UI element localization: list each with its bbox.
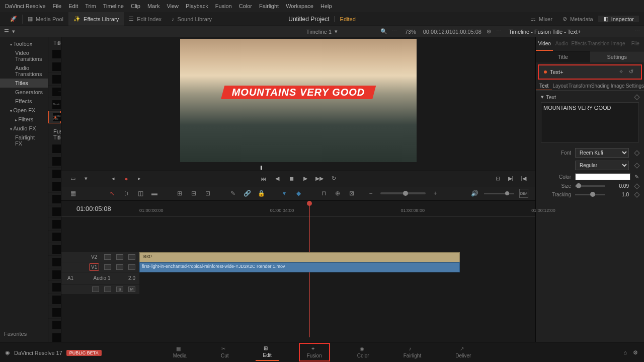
subtab-layout[interactable]: Layout bbox=[552, 82, 568, 90]
menu-item[interactable]: Color bbox=[239, 3, 252, 9]
fusion-title-item[interactable]: Background Reveal bbox=[48, 142, 61, 155]
zoom-in-icon[interactable]: + bbox=[431, 189, 440, 198]
tree-filters[interactable]: Filters bbox=[0, 115, 48, 124]
fusion-title-item[interactable]: cUSTOM THING-grp bbox=[48, 243, 61, 256]
subtab-settings[interactable]: Settings bbox=[626, 82, 644, 90]
keyframe-diamond[interactable] bbox=[634, 192, 639, 197]
razor-icon[interactable]: ✎ bbox=[228, 189, 237, 198]
tab-audio[interactable]: Audio bbox=[553, 37, 570, 51]
rocket-icon[interactable]: 🚀 bbox=[5, 12, 22, 26]
tree-generators[interactable]: Generators bbox=[0, 88, 48, 97]
current-timecode[interactable]: 01:00:05:08 bbox=[61, 205, 139, 212]
viewer-canvas[interactable]: MOUNTAINS VERY GOOD bbox=[61, 37, 535, 164]
tab-title[interactable]: Title bbox=[536, 51, 590, 62]
media-pool-button[interactable]: ▦Media Pool bbox=[23, 12, 68, 26]
titles-header[interactable]: Titles⌃ bbox=[48, 37, 61, 48]
target-icon[interactable] bbox=[128, 254, 135, 260]
keyframe-icon[interactable]: ✧ bbox=[619, 68, 626, 76]
loop-button[interactable]: ↻ bbox=[329, 174, 338, 183]
link-icon[interactable]: 🔗 bbox=[243, 189, 252, 198]
fusion-title-item[interactable]: Draw On 2 Lines Lower Third bbox=[48, 319, 61, 331]
menu-item[interactable]: View bbox=[167, 3, 179, 9]
subtab-image[interactable]: Image bbox=[610, 82, 626, 90]
size-slider[interactable] bbox=[575, 185, 605, 187]
search-icon[interactable]: 🔍 bbox=[380, 28, 387, 35]
options-icon[interactable]: ⋯ bbox=[634, 28, 640, 35]
clip-text-plus[interactable]: Text+ bbox=[139, 252, 460, 262]
weight-select[interactable]: Regular bbox=[575, 161, 629, 170]
keyframe-diamond[interactable] bbox=[634, 183, 639, 189]
prev-icon[interactable]: ◂ bbox=[109, 174, 118, 183]
menu-item[interactable]: Trim bbox=[85, 3, 96, 9]
eye-icon[interactable] bbox=[116, 254, 123, 260]
fusion-title-item[interactable]: Digital Glitch bbox=[48, 281, 61, 294]
crop-icon[interactable]: ▭ bbox=[68, 174, 77, 183]
title-item[interactable]: —Scroll bbox=[48, 86, 61, 98]
menu-item[interactable]: Workspace bbox=[286, 3, 313, 9]
page-deliver[interactable]: ↗Deliver bbox=[448, 344, 478, 360]
tab-transition[interactable]: Transition bbox=[588, 37, 610, 51]
link-selection-icon[interactable]: ⊕ bbox=[333, 189, 342, 198]
menu-item[interactable]: File bbox=[53, 3, 62, 9]
track-head-v2[interactable]: V2 bbox=[61, 252, 139, 262]
flag-icon[interactable]: ▾ bbox=[280, 189, 289, 198]
bypass-icon[interactable]: ⊗ bbox=[487, 28, 491, 35]
track-head-v1[interactable]: V1 bbox=[61, 262, 139, 272]
dynamic-trim-tool[interactable]: ◫ bbox=[136, 189, 145, 198]
volume-slider[interactable] bbox=[484, 193, 514, 194]
title-item[interactable]: Right Lower Third bbox=[48, 73, 61, 86]
blade-tool[interactable]: ▬ bbox=[150, 189, 159, 198]
tracking-value[interactable]: 1.0 bbox=[609, 192, 629, 197]
inspector-button[interactable]: ◧Inspector bbox=[598, 16, 639, 22]
keyframe-diamond[interactable] bbox=[634, 94, 639, 100]
lock-icon[interactable]: 🔒 bbox=[257, 189, 266, 198]
chevron-down-icon[interactable]: ▾ bbox=[12, 28, 15, 35]
timeline-ruler[interactable]: 01:00:05:08 01:00:00:00 01:00:04:00 01:0… bbox=[61, 201, 535, 217]
position-lock-icon[interactable]: ⊠ bbox=[347, 189, 356, 198]
fusion-title-item[interactable]: Digital Glitch Right Side bbox=[48, 306, 61, 319]
keyframe-diamond[interactable] bbox=[634, 150, 639, 156]
track-body[interactable]: Text+ first-light-in-enchanted-tropical-… bbox=[139, 252, 535, 295]
next-frame-button[interactable]: ▶▶ bbox=[315, 174, 324, 183]
tree-fairlightfx[interactable]: Fairlight FX bbox=[0, 133, 48, 148]
subtab-shading[interactable]: Shading bbox=[591, 82, 610, 90]
fusion-titles-header[interactable]: Fusion Titles⌃ bbox=[48, 126, 61, 142]
prev-frame-button[interactable]: ◀ bbox=[273, 174, 282, 183]
metadata-button[interactable]: ⊘Metadata bbox=[557, 16, 598, 22]
page-fusion[interactable]: ✦Fusion bbox=[299, 343, 330, 361]
options-icon[interactable]: ⋯ bbox=[391, 28, 397, 35]
play-button[interactable]: ▶ bbox=[301, 174, 310, 183]
menu-item[interactable]: Clip bbox=[131, 3, 140, 9]
viewer-scrub[interactable] bbox=[61, 164, 535, 171]
match-frame-icon[interactable]: ⊡ bbox=[493, 174, 502, 183]
subtab-transform[interactable]: Transform bbox=[569, 82, 591, 90]
favorites[interactable]: Favorites bbox=[4, 331, 27, 337]
marker-icon[interactable]: ◆ bbox=[294, 189, 303, 198]
page-media[interactable]: ▦Media bbox=[166, 344, 194, 360]
options-icon[interactable]: ⋯ bbox=[496, 28, 502, 35]
fusion-title-item[interactable]: Clean and Simple bbox=[48, 193, 61, 205]
zoom-out-icon[interactable]: − bbox=[366, 189, 375, 198]
menu-item[interactable]: Fairlight bbox=[259, 3, 279, 9]
home-icon[interactable]: ⌂ bbox=[623, 349, 627, 356]
timeline-ticks[interactable]: 01:00:00:00 01:00:04:00 01:00:08:00 01:0… bbox=[139, 201, 535, 216]
enable-dot[interactable] bbox=[544, 70, 547, 74]
title-item[interactable]: Basic TitleText bbox=[48, 98, 61, 111]
overwrite-tool[interactable]: ⊟ bbox=[189, 189, 198, 198]
snap-icon[interactable]: ⊓ bbox=[319, 189, 328, 198]
menu-item[interactable]: Edit bbox=[68, 3, 78, 9]
fusion-title-item[interactable]: cUSTOM THING bbox=[48, 231, 61, 243]
stop-button[interactable]: ◼ bbox=[287, 174, 296, 183]
tab-settings[interactable]: Settings bbox=[590, 51, 645, 62]
tree-video-transitions[interactable]: Video Transitions bbox=[0, 48, 48, 63]
subtab-text[interactable]: Text bbox=[536, 82, 552, 90]
next-icon[interactable]: ▸ bbox=[135, 174, 144, 183]
fusion-title-item[interactable]: Background Reveal Lower Third bbox=[48, 155, 61, 168]
edit-index-button[interactable]: ☰Edit Index bbox=[124, 12, 167, 26]
mute-button[interactable]: M bbox=[128, 286, 135, 292]
replace-tool[interactable]: ⊡ bbox=[203, 189, 212, 198]
lock-icon[interactable] bbox=[104, 254, 111, 260]
fusion-title-item[interactable]: Digital Glitch Lower Third bbox=[48, 294, 61, 306]
title-item[interactable]: Middle Lower Third bbox=[48, 60, 61, 73]
first-frame-button[interactable]: ⏮ bbox=[259, 174, 268, 183]
